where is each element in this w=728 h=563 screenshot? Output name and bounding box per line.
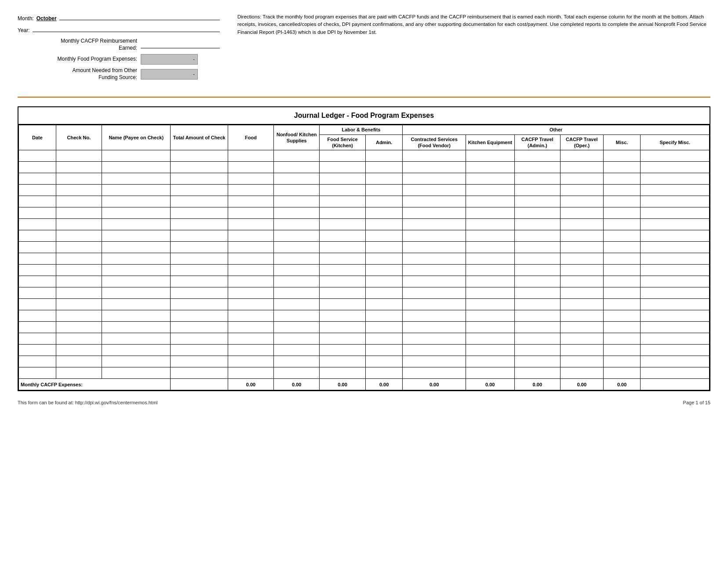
table-row[interactable] [19,162,710,173]
month-row: Month: October [18,13,220,22]
totals-food: 0.00 [228,379,273,390]
reimbursement-section: Monthly CACFP Reimbursement Earned: Mont… [18,38,220,81]
year-underline [33,25,220,32]
other-funding-row: Amount Needed from Other Funding Source:… [18,67,220,81]
table-title: Journal Ledger - Food Program Expenses [18,107,710,125]
col-foodservice-header: Food Service (Kitchen) [320,134,365,150]
col-food-header: Food [228,125,273,150]
totals-food-service: 0.00 [320,379,365,390]
col-admin-header: Admin. [365,134,403,150]
footer-link: This form can be found at: http://dpi.wi… [18,400,158,405]
table-row[interactable] [19,196,710,207]
table-row[interactable] [19,242,710,253]
totals-cacfp-oper: 0.00 [560,379,603,390]
section-divider [18,97,710,98]
month-value: October [36,15,57,22]
totals-row: Monthly CACFP Expenses: 0.00 0.00 0.00 0… [19,379,710,390]
totals-misc: 0.00 [603,379,641,390]
table-row[interactable] [19,287,710,299]
group-header-row: Date Check No. Name (Payee on Check) Tot… [19,125,710,134]
col-cacfp-admin-header: CACFP Travel (Admin.) [514,134,560,150]
other-header: Other [403,125,710,134]
col-contracted-header: Contracted Services (Food Vendor) [403,134,466,150]
food-expenses-label: Monthly Food Program Expenses: [18,56,141,63]
col-date-header: Date [19,125,56,150]
year-label: Year: [18,27,30,33]
table-section: Journal Ledger - Food Program Expenses D… [18,106,710,391]
directions-panel: Directions: Track the monthly food progr… [237,13,710,84]
table-row[interactable] [19,230,710,242]
table-row[interactable] [19,333,710,345]
top-left-panel: Month: October Year: Monthly CACFP Reimb… [18,13,220,84]
footer-page-info: Page 1 of 15 [683,400,710,405]
table-row[interactable] [19,299,710,310]
labor-benefits-header: Labor & Benefits [320,125,403,134]
food-expenses-input[interactable]: - [141,54,198,65]
col-misc-header: Misc. [603,134,641,150]
col-name-header: Name (Payee on Check) [102,125,171,150]
totals-cacfp-admin: 0.00 [514,379,560,390]
month-underline [59,13,220,20]
table-row[interactable] [19,356,710,367]
table-row[interactable] [19,276,710,287]
totals-contracted: 0.00 [403,379,466,390]
totals-kitchen: 0.00 [466,379,514,390]
totals-admin: 0.00 [365,379,403,390]
directions-text: Directions: Track the monthly food progr… [237,13,710,36]
reimbursement-label: Monthly CACFP Reimbursement Earned: [18,38,141,51]
col-checkno-header: Check No. [56,125,102,150]
totals-nonfood: 0.00 [274,379,320,390]
col-cacfp-oper-header: CACFP Travel (Oper.) [560,134,603,150]
table-row[interactable] [19,253,710,265]
col-nonfood-header: Nonfood/ Kitchen Supplies [274,125,320,150]
col-kitchen-header: Kitchen Equipment [466,134,514,150]
table-row[interactable] [19,345,710,356]
table-row[interactable] [19,322,710,333]
other-funding-input[interactable]: - [141,69,198,80]
reimbursement-earned-row: Monthly CACFP Reimbursement Earned: [18,38,220,51]
col-specmisc-header: Specify Misc. [641,134,710,150]
footer: This form can be found at: http://dpi.wi… [18,400,710,405]
reimbursement-underline [141,41,220,48]
table-row[interactable] [19,219,710,230]
totals-total-amount [171,379,228,390]
food-expenses-row: Monthly Food Program Expenses: - [18,54,220,65]
totals-specmisc [641,379,710,390]
table-row[interactable] [19,150,710,162]
table-row[interactable] [19,265,710,276]
top-section: Month: October Year: Monthly CACFP Reimb… [18,13,710,84]
col-total-header: Total Amount of Check [171,125,228,150]
totals-label: Monthly CACFP Expenses: [19,379,171,390]
table-row[interactable] [19,173,710,185]
table-row[interactable] [19,207,710,219]
table-row[interactable] [19,185,710,196]
table-row[interactable] [19,367,710,379]
year-row: Year: [18,25,220,33]
month-label: Month: [18,15,34,22]
other-funding-label: Amount Needed from Other Funding Source: [18,67,141,81]
table-row[interactable] [19,310,710,322]
ledger-table: Date Check No. Name (Payee on Check) Tot… [18,125,710,390]
